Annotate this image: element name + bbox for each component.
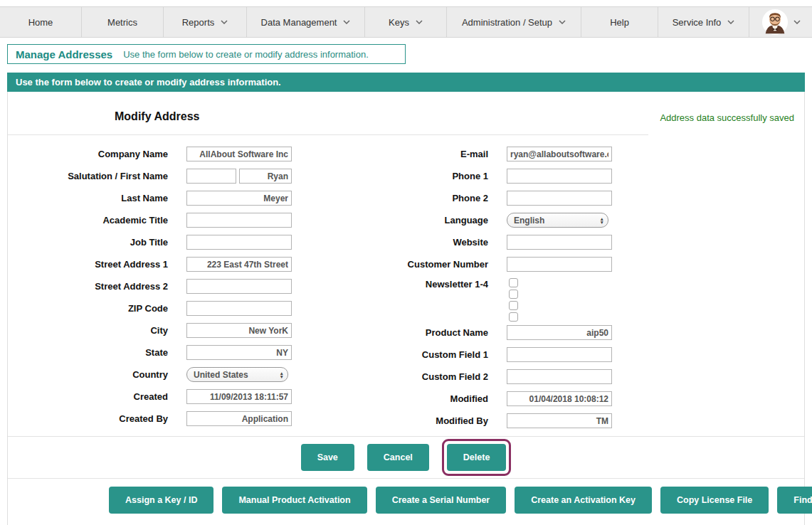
field-row-email: E-mail bbox=[328, 143, 648, 165]
newsletter-2-checkbox[interactable] bbox=[509, 290, 518, 299]
street-address-1-input[interactable] bbox=[186, 257, 292, 272]
email-label: E-mail bbox=[328, 149, 488, 159]
email-input[interactable] bbox=[507, 147, 612, 161]
street-address-1-label: Street Address 1 bbox=[8, 259, 168, 270]
nav-item-service-info[interactable]: Service Info bbox=[658, 7, 749, 37]
field-row-job-title: Job Title bbox=[8, 231, 328, 253]
newsletter-3-checkbox[interactable] bbox=[509, 301, 518, 310]
chevron-down-icon bbox=[221, 20, 228, 24]
created-label: Created bbox=[8, 391, 168, 402]
newsletter-4-checkbox[interactable] bbox=[509, 312, 518, 322]
nav-item-home[interactable]: Home bbox=[0, 7, 82, 37]
custom-field-2-input[interactable] bbox=[507, 369, 612, 384]
street-address-2-input[interactable] bbox=[186, 279, 292, 294]
first-name-input[interactable] bbox=[239, 169, 292, 184]
city-input[interactable] bbox=[186, 323, 292, 338]
delete-button-highlight: Delete bbox=[442, 439, 512, 476]
custom-field-1-label: Custom Field 1 bbox=[328, 349, 488, 360]
nav-item-administration-setup[interactable]: Administration / Setup bbox=[447, 7, 581, 37]
product-name-label: Product Name bbox=[328, 327, 488, 338]
delete-button[interactable]: Delete bbox=[447, 444, 507, 471]
field-row-city: City bbox=[8, 319, 328, 341]
copy-license-file-button[interactable]: Copy License File bbox=[660, 487, 769, 514]
zip-code-input[interactable] bbox=[186, 301, 292, 316]
academic-title-input[interactable] bbox=[186, 213, 292, 228]
nav-item-help[interactable]: Help bbox=[581, 7, 658, 37]
phone-2-input[interactable] bbox=[507, 191, 612, 206]
field-row-website: Website bbox=[328, 231, 648, 253]
nav-item-reports[interactable]: Reports bbox=[164, 7, 247, 37]
create-serial-number-button[interactable]: Create a Serial Number bbox=[376, 487, 507, 514]
website-label: Website bbox=[328, 237, 488, 248]
field-row-salutation-first-name: Salutation / First Name bbox=[8, 165, 328, 187]
state-input[interactable] bbox=[186, 345, 292, 360]
language-label: Language bbox=[328, 215, 488, 226]
newsletter-1-checkbox[interactable] bbox=[509, 278, 518, 287]
newsletter-label: Newsletter 1-4 bbox=[328, 275, 488, 290]
language-select-value: English bbox=[514, 216, 544, 226]
field-row-product-name: Product Name bbox=[328, 322, 648, 344]
job-title-input[interactable] bbox=[186, 235, 292, 250]
field-row-country: Country United States ▲▼ bbox=[8, 364, 328, 386]
salutation-input[interactable] bbox=[186, 169, 236, 184]
form-action-row: Save Cancel Delete bbox=[8, 436, 804, 478]
nav-item-label: Metrics bbox=[107, 17, 137, 28]
top-navigation: Home Metrics Reports Data Management Key… bbox=[0, 6, 812, 38]
field-row-state: State bbox=[8, 341, 328, 364]
nav-item-label: Home bbox=[28, 17, 53, 28]
nav-item-label: Service Info bbox=[673, 17, 722, 28]
field-row-newsletter: Newsletter 1-4 bbox=[328, 275, 648, 322]
select-arrows-icon: ▲▼ bbox=[600, 217, 604, 224]
nav-item-label: Keys bbox=[389, 17, 409, 28]
street-address-2-label: Street Address 2 bbox=[8, 281, 168, 292]
created-input[interactable] bbox=[186, 389, 292, 404]
assign-key-id-button[interactable]: Assign a Key / ID bbox=[109, 487, 213, 514]
website-input[interactable] bbox=[507, 235, 612, 250]
manual-product-activation-button[interactable]: Manual Product Activation bbox=[222, 487, 367, 514]
nav-item-metrics[interactable]: Metrics bbox=[82, 7, 164, 37]
company-name-label: Company Name bbox=[8, 149, 168, 159]
form-grid: Company Name Salutation / First Name Las… bbox=[8, 135, 804, 436]
modified-by-input[interactable] bbox=[507, 413, 612, 428]
select-arrows-icon: ▲▼ bbox=[280, 371, 284, 378]
custom-field-2-label: Custom Field 2 bbox=[328, 371, 488, 382]
customer-number-label: Customer Number bbox=[328, 259, 488, 270]
last-name-input[interactable] bbox=[186, 191, 292, 206]
custom-field-1-input[interactable] bbox=[507, 347, 612, 362]
field-row-created: Created bbox=[8, 386, 328, 408]
created-by-input[interactable] bbox=[186, 411, 292, 426]
chevron-down-icon bbox=[727, 20, 734, 24]
nav-item-keys[interactable]: Keys bbox=[365, 7, 447, 37]
save-button[interactable]: Save bbox=[301, 444, 354, 471]
field-row-street-address-2: Street Address 2 bbox=[8, 275, 328, 297]
cancel-button[interactable]: Cancel bbox=[367, 444, 429, 471]
product-name-input[interactable] bbox=[507, 325, 612, 340]
create-activation-key-button[interactable]: Create an Activation Key bbox=[515, 487, 652, 514]
modified-by-label: Modified By bbox=[328, 415, 488, 426]
nav-item-data-management[interactable]: Data Management bbox=[247, 7, 365, 37]
city-label: City bbox=[8, 325, 168, 336]
country-select[interactable]: United States ▲▼ bbox=[186, 367, 288, 382]
customer-number-input[interactable] bbox=[507, 257, 612, 272]
find-duplicates-button[interactable]: Find Duplicates bbox=[777, 487, 812, 514]
company-name-input[interactable] bbox=[186, 147, 292, 161]
modified-label: Modified bbox=[328, 393, 488, 404]
language-select[interactable]: English ▲▼ bbox=[507, 213, 608, 228]
field-row-last-name: Last Name bbox=[8, 187, 328, 209]
bottom-action-row: Assign a Key / ID Manual Product Activat… bbox=[8, 478, 804, 521]
field-row-street-address-1: Street Address 1 bbox=[8, 253, 328, 275]
field-row-zip-code: ZIP Code bbox=[8, 297, 328, 319]
page-title: Manage Addresses bbox=[16, 48, 112, 60]
user-menu[interactable] bbox=[749, 7, 812, 37]
form-heading: Modify Address bbox=[115, 110, 648, 123]
field-row-academic-title: Academic Title bbox=[8, 209, 328, 231]
nav-item-label: Data Management bbox=[261, 17, 337, 28]
form-column-right: E-mail Phone 1 Phone 2 Language English bbox=[328, 143, 648, 432]
phone-1-input[interactable] bbox=[507, 169, 612, 184]
modified-input[interactable] bbox=[507, 391, 612, 406]
zip-code-label: ZIP Code bbox=[8, 303, 168, 314]
phone-1-label: Phone 1 bbox=[328, 171, 488, 181]
salutation-first-name-label: Salutation / First Name bbox=[8, 171, 168, 181]
chevron-down-icon bbox=[793, 20, 801, 24]
phone-2-label: Phone 2 bbox=[328, 193, 488, 203]
